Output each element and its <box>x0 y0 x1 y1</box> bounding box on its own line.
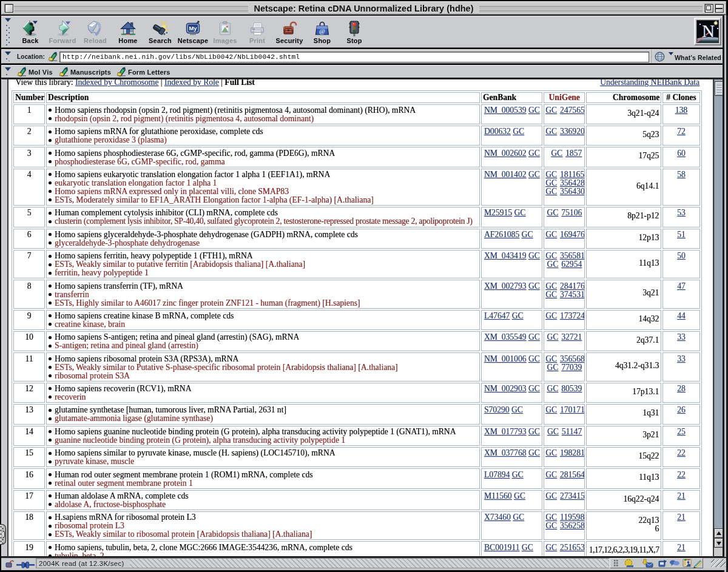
svg-text:@: @ <box>319 27 325 35</box>
svg-text:My: My <box>189 25 197 32</box>
